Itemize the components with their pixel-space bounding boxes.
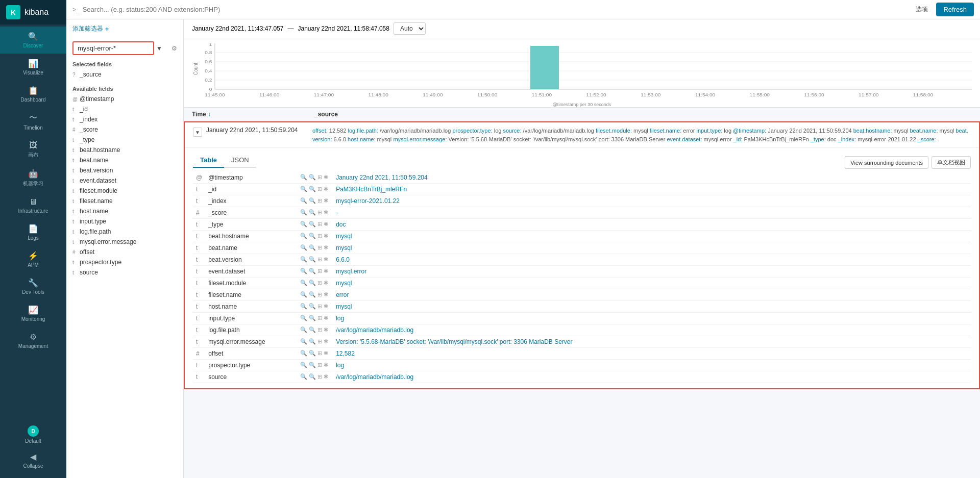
field-icons-cell[interactable]: 🔍 🔍 ⊞ ✱ xyxy=(297,207,333,219)
field-item-id[interactable]: t_id xyxy=(72,104,177,114)
sidebar-item-logs[interactable]: 📄 Logs xyxy=(0,219,66,246)
infra-icon: 🖥 xyxy=(29,197,37,207)
field-type-cell: t xyxy=(193,301,205,313)
detail-row: t fileset.module 🔍 🔍 ⊞ ✱ mysql xyxy=(193,278,971,289)
index-pattern-input[interactable] xyxy=(72,41,154,55)
field-icons-cell[interactable]: 🔍 🔍 ⊞ ✱ xyxy=(297,289,333,301)
field-item-beat-hostname[interactable]: tbeat.hostname xyxy=(72,145,177,155)
sidebar-item-timelion[interactable]: 〜 Timelion xyxy=(0,108,66,136)
field-item-offset[interactable]: #offset xyxy=(72,247,177,257)
field-item-fileset-name[interactable]: tfileset.name xyxy=(72,196,177,206)
field-icons-cell[interactable]: 🔍 🔍 ⊞ ✱ xyxy=(297,195,333,207)
sidebar-item-collapse[interactable]: ◀ Collapse xyxy=(3,448,63,473)
field-item-source[interactable]: ? _source xyxy=(72,69,177,80)
sidebar-item-default[interactable]: D Default xyxy=(3,421,63,448)
index-settings-icon[interactable]: ⚙ xyxy=(172,45,177,52)
sidebar-item-dashboard[interactable]: 📋 Dashboard xyxy=(0,81,66,108)
field-item-fileset-module[interactable]: tfileset.module xyxy=(72,186,177,196)
view-surrounding-button[interactable]: View surrounding documents xyxy=(845,156,928,169)
tab-json[interactable]: JSON xyxy=(224,153,256,168)
field-item-log-file-path[interactable]: tlog.file.path xyxy=(72,227,177,237)
detail-row: t _index 🔍 🔍 ⊞ ✱ mysql-error-2021.01.22 xyxy=(193,195,971,207)
expand-button[interactable]: ▼ xyxy=(193,128,202,137)
time-auto-select[interactable]: Auto xyxy=(394,22,426,35)
field-item-prospector-type[interactable]: tprospector.type xyxy=(72,257,177,267)
field-name-cell: _id xyxy=(205,184,297,195)
field-icons-cell[interactable]: 🔍 🔍 ⊞ ✱ xyxy=(297,324,333,336)
index-dropdown-icon[interactable]: ▼ xyxy=(156,45,162,52)
sidebar-item-discover[interactable]: 🔍 Discover xyxy=(0,27,66,54)
field-item-score[interactable]: #_score xyxy=(72,124,177,135)
selected-fields-section: Selected fields ? _source xyxy=(66,58,183,83)
field-name-cell: host.name xyxy=(205,301,297,313)
field-icons-cell[interactable]: 🔍 🔍 ⊞ ✱ xyxy=(297,172,333,184)
field-icons-cell[interactable]: 🔍 🔍 ⊞ ✱ xyxy=(297,231,333,242)
sidebar: K kibana 🔍 Discover 📊 Visualize 📋 Dashbo… xyxy=(0,0,66,478)
column-header-time[interactable]: Time ↓ xyxy=(192,111,304,118)
data-row-summary[interactable]: ▼ January 22nd 2021, 11:50:59.204 offset… xyxy=(185,122,979,147)
field-item-beat-version[interactable]: tbeat.version xyxy=(72,165,177,175)
field-item-input-type[interactable]: tinput.type xyxy=(72,216,177,227)
sidebar-item-label-logs: Logs xyxy=(28,235,39,241)
field-item-source[interactable]: tsource xyxy=(72,267,177,278)
field-item-host-name[interactable]: thost.name xyxy=(72,206,177,216)
sidebar-item-monitoring[interactable]: 📈 Monitoring xyxy=(0,300,66,327)
field-icons-cell[interactable]: 🔍 🔍 ⊞ ✱ xyxy=(297,348,333,360)
field-name-source: _source xyxy=(80,71,102,78)
options-button[interactable]: 选项 xyxy=(912,3,932,16)
field-icons-cell[interactable]: 🔍 🔍 ⊞ ✱ xyxy=(297,254,333,266)
field-item-index[interactable]: t_index xyxy=(72,114,177,124)
svg-text:0.2: 0.2 xyxy=(205,78,212,83)
field-icons-cell[interactable]: 🔍 🔍 ⊞ ✱ xyxy=(297,242,333,254)
search-input[interactable] xyxy=(83,6,912,13)
field-icons-cell[interactable]: 🔍 🔍 ⊞ ✱ xyxy=(297,371,333,383)
sidebar-item-management[interactable]: ⚙ Management xyxy=(0,327,66,354)
tab-table[interactable]: Table xyxy=(193,153,224,168)
field-item-event-dataset[interactable]: tevent.dataset xyxy=(72,175,177,186)
svg-text:0.4: 0.4 xyxy=(205,68,212,73)
single-doc-button[interactable]: 单文档视图 xyxy=(932,156,971,169)
field-icons-cell[interactable]: 🔍 🔍 ⊞ ✱ xyxy=(297,360,333,371)
field-type-cell: t xyxy=(193,360,205,371)
field-icons-cell[interactable]: 🔍 🔍 ⊞ ✱ xyxy=(297,336,333,348)
detail-row: t _type 🔍 🔍 ⊞ ✱ doc xyxy=(193,219,971,231)
svg-text:Count: Count xyxy=(193,63,199,75)
sidebar-item-ml[interactable]: 🤖 机器学习 xyxy=(0,164,66,192)
detail-row: # offset 🔍 🔍 ⊞ ✱ 12,582 xyxy=(193,348,971,360)
sidebar-item-infra[interactable]: 🖥 Infrastructure xyxy=(0,192,66,219)
field-item-timestamp[interactable]: @@timestamp xyxy=(72,94,177,104)
field-name-cell: beat.version xyxy=(205,254,297,266)
svg-text:11:58:00: 11:58:00 xyxy=(913,92,933,97)
detail-row: @ @timestamp 🔍 🔍 ⊞ ✱ January 22nd 2021, … xyxy=(193,172,971,184)
add-filter-link[interactable]: 添加筛选器 xyxy=(72,24,103,33)
content-area: 添加筛选器 + ▼ ⚙ Selected fields ? _source Av… xyxy=(66,19,980,478)
add-filter-plus[interactable]: + xyxy=(105,26,109,33)
sidebar-item-apm[interactable]: ⚡ APM xyxy=(0,246,66,273)
sidebar-item-canvas[interactable]: 🖼 画布 xyxy=(0,136,66,164)
sidebar-nav: 🔍 Discover 📊 Visualize 📋 Dashboard 〜 Tim… xyxy=(0,24,66,416)
sidebar-item-label-apm: APM xyxy=(28,262,39,268)
sidebar-item-devtools[interactable]: 🔧 Dev Tools xyxy=(0,273,66,300)
field-icons-cell[interactable]: 🔍 🔍 ⊞ ✱ xyxy=(297,278,333,289)
sidebar-item-visualize[interactable]: 📊 Visualize xyxy=(0,54,66,81)
field-value-cell: Version: '5.5.68-MariaDB' socket: '/var/… xyxy=(333,336,971,348)
sidebar-item-label-dashboard: Dashboard xyxy=(21,97,46,103)
field-value-cell: /var/log/mariadb/mariadb.log xyxy=(333,324,971,336)
field-item-mysql-error-msg[interactable]: tmysql.error.message xyxy=(72,237,177,247)
field-icons-cell[interactable]: 🔍 🔍 ⊞ ✱ xyxy=(297,313,333,324)
field-icons-cell[interactable]: 🔍 🔍 ⊞ ✱ xyxy=(297,219,333,231)
field-value-cell: /var/log/mariadb/mariadb.log xyxy=(333,371,971,383)
field-item-beat-name[interactable]: tbeat.name xyxy=(72,155,177,165)
results-scroll-area[interactable]: Time ↓ _source ▼ January 22nd 2021, 11:5… xyxy=(184,108,980,478)
field-name-cell: input.type xyxy=(205,313,297,324)
refresh-button[interactable]: Refresh xyxy=(936,3,974,16)
left-panel: 添加筛选器 + ▼ ⚙ Selected fields ? _source Av… xyxy=(66,19,184,478)
field-icons-cell[interactable]: 🔍 🔍 ⊞ ✱ xyxy=(297,184,333,195)
topbar: >_ 选项 Refresh xyxy=(66,0,980,19)
field-item-type[interactable]: t_type xyxy=(72,135,177,145)
field-icons-cell[interactable]: 🔍 🔍 ⊞ ✱ xyxy=(297,301,333,313)
field-value-cell: mysql xyxy=(333,242,971,254)
field-type-cell: t xyxy=(193,289,205,301)
field-name-cell: beat.name xyxy=(205,242,297,254)
field-icons-cell[interactable]: 🔍 🔍 ⊞ ✱ xyxy=(297,266,333,278)
